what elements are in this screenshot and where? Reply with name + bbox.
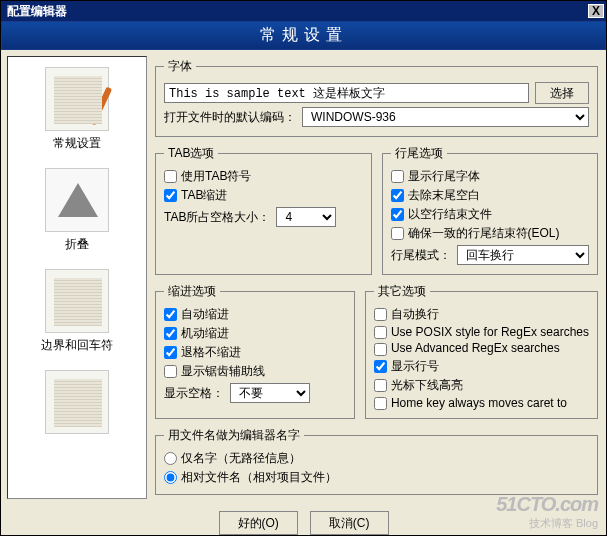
page-icon bbox=[45, 370, 109, 434]
show-eol-font-checkbox[interactable]: 显示行尾字体 bbox=[391, 168, 590, 185]
smart-indent-checkbox[interactable]: 机动缩进 bbox=[164, 325, 346, 342]
tab-group: TAB选项 使用TAB符号 TAB缩进 TAB所占空格大小： 4 bbox=[155, 145, 372, 275]
encoding-select[interactable]: WINDOWS-936 bbox=[302, 107, 589, 127]
end-blank-line-checkbox[interactable]: 以空行结束文件 bbox=[391, 206, 590, 223]
font-legend: 字体 bbox=[164, 58, 196, 75]
relative-name-radio[interactable]: 相对文件名（相对项目文件） bbox=[164, 469, 589, 486]
filename-group: 用文件名做为编辑器名字 仅名字（无路径信息） 相对文件名（相对项目文件） bbox=[155, 427, 598, 495]
sidebar-item-more[interactable] bbox=[10, 364, 144, 448]
backspace-unindent-checkbox[interactable]: 退格不缩进 bbox=[164, 344, 346, 361]
page-title: 常规设置 bbox=[1, 21, 606, 50]
sidebar-item-label: 常规设置 bbox=[12, 135, 142, 152]
show-guides-checkbox[interactable]: 显示锯齿辅助线 bbox=[164, 363, 346, 380]
sidebar-item-label: 折叠 bbox=[12, 236, 142, 253]
posix-regex-checkbox[interactable]: Use POSIX style for RegEx searches bbox=[374, 325, 589, 339]
strip-trailing-checkbox[interactable]: 去除末尾空白 bbox=[391, 187, 590, 204]
document-pen-icon bbox=[45, 67, 109, 131]
tab-legend: TAB选项 bbox=[164, 145, 218, 162]
show-space-select[interactable]: 不要 bbox=[230, 383, 310, 403]
titlebar: 配置编辑器 X bbox=[1, 1, 606, 21]
tab-size-label: TAB所占空格大小： bbox=[164, 209, 270, 226]
cursor-highlight-checkbox[interactable]: 光标下线高亮 bbox=[374, 377, 589, 394]
sidebar-item-general[interactable]: 常规设置 bbox=[10, 61, 144, 162]
use-tab-checkbox[interactable]: 使用TAB符号 bbox=[164, 168, 363, 185]
filename-legend: 用文件名做为编辑器名字 bbox=[164, 427, 304, 444]
auto-wrap-checkbox[interactable]: 自动换行 bbox=[374, 306, 589, 323]
indent-legend: 缩进选项 bbox=[164, 283, 220, 300]
eol-legend: 行尾选项 bbox=[391, 145, 447, 162]
show-space-label: 显示空格： bbox=[164, 385, 224, 402]
show-lineno-checkbox[interactable]: 显示行号 bbox=[374, 358, 589, 375]
sidebar-item-fold[interactable]: 折叠 bbox=[10, 162, 144, 263]
main-panel: 字体 选择 打开文件时的默认编码： WINDOWS-936 TAB选项 使用TA… bbox=[153, 56, 600, 499]
name-only-radio[interactable]: 仅名字（无路径信息） bbox=[164, 450, 589, 467]
eol-mode-select[interactable]: 回车换行 bbox=[457, 245, 590, 265]
home-key-checkbox[interactable]: Home key always moves caret to bbox=[374, 396, 589, 410]
cancel-button[interactable]: 取消(C) bbox=[310, 511, 389, 535]
ok-button[interactable]: 好的(O) bbox=[219, 511, 298, 535]
close-icon[interactable]: X bbox=[588, 4, 604, 18]
tab-size-select[interactable]: 4 bbox=[276, 207, 336, 227]
choose-font-button[interactable]: 选择 bbox=[535, 82, 589, 104]
sidebar[interactable]: 常规设置 折叠 边界和回车符 bbox=[7, 56, 147, 499]
encoding-label: 打开文件时的默认编码： bbox=[164, 109, 296, 126]
advanced-regex-checkbox[interactable]: Use Advanced RegEx searches bbox=[374, 341, 589, 355]
window-title: 配置编辑器 bbox=[7, 3, 588, 20]
ensure-consistent-checkbox[interactable]: 确保一致的行尾结束符(EOL) bbox=[391, 225, 590, 242]
font-sample-input[interactable] bbox=[164, 83, 529, 103]
origami-icon bbox=[45, 168, 109, 232]
eol-mode-label: 行尾模式： bbox=[391, 247, 451, 264]
indent-group: 缩进选项 自动缩进 机动缩进 退格不缩进 显示锯齿辅助线 显示空格： 不要 bbox=[155, 283, 355, 419]
other-legend: 其它选项 bbox=[374, 283, 430, 300]
eol-group: 行尾选项 显示行尾字体 去除末尾空白 以空行结束文件 确保一致的行尾结束符(EO… bbox=[382, 145, 599, 275]
font-group: 字体 选择 打开文件时的默认编码： WINDOWS-936 bbox=[155, 58, 598, 137]
sidebar-item-margins[interactable]: 边界和回车符 bbox=[10, 263, 144, 364]
tab-indent-checkbox[interactable]: TAB缩进 bbox=[164, 187, 363, 204]
auto-indent-checkbox[interactable]: 自动缩进 bbox=[164, 306, 346, 323]
footer: 好的(O) 取消(C) bbox=[1, 505, 606, 536]
other-group: 其它选项 自动换行 Use POSIX style for RegEx sear… bbox=[365, 283, 598, 419]
pages-icon bbox=[45, 269, 109, 333]
sidebar-item-label: 边界和回车符 bbox=[12, 337, 142, 354]
